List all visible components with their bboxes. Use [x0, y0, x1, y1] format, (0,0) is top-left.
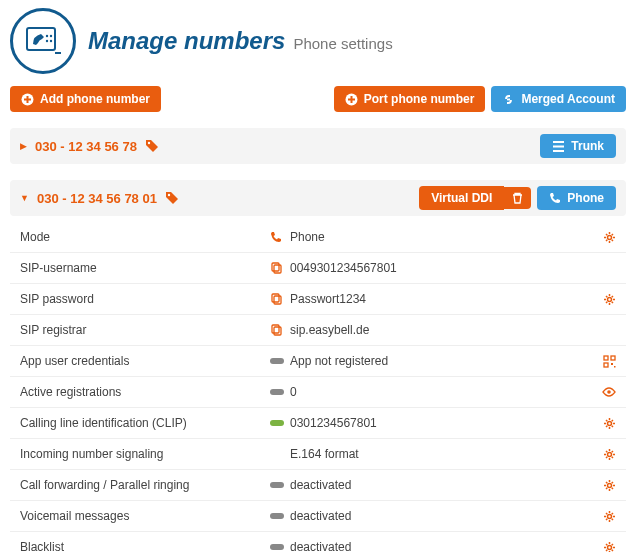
phone-number: 030 - 12 34 56 78 01	[37, 191, 157, 206]
detail-row: Incoming number signalingE.164 format	[10, 439, 626, 470]
chevron-down-icon: ▼	[20, 193, 29, 203]
detail-row: SIP registrarsip.easybell.de	[10, 315, 626, 346]
phone-device-icon	[25, 26, 61, 56]
eye-action-icon[interactable]	[596, 387, 616, 397]
gear-action-icon[interactable]	[596, 479, 616, 492]
phone-badge-button[interactable]: Phone	[537, 186, 616, 210]
detail-value: E.164 format	[290, 447, 596, 461]
svg-point-25	[607, 390, 611, 394]
svg-rect-23	[614, 366, 616, 368]
qr-action-icon[interactable]	[596, 355, 616, 368]
port-phone-number-button[interactable]: Port phone number	[334, 86, 486, 112]
svg-rect-33	[270, 544, 284, 550]
phone-number: 030 - 12 34 56 78	[35, 139, 137, 154]
svg-rect-24	[270, 389, 284, 395]
button-label: Merged Account	[521, 92, 615, 106]
svg-rect-18	[270, 358, 284, 364]
svg-point-32	[608, 514, 612, 518]
gear-action-icon[interactable]	[596, 231, 616, 244]
detail-value: Passwort1234	[290, 292, 596, 306]
detail-row: SIP-username0049301234567801	[10, 253, 626, 284]
svg-point-34	[608, 545, 612, 549]
detail-label: Voicemail messages	[20, 509, 270, 523]
detail-row: App user credentialsApp not registered	[10, 346, 626, 377]
list-icon	[552, 141, 565, 152]
svg-rect-13	[272, 294, 279, 302]
detail-row: Call forwarding / Parallel ringingdeacti…	[10, 470, 626, 501]
copy-icon	[270, 262, 290, 274]
gear-action-icon[interactable]	[596, 510, 616, 523]
detail-row: SIP passwordPasswort1234	[10, 284, 626, 315]
gear-action-icon[interactable]	[596, 417, 616, 430]
phone-icon	[270, 231, 290, 243]
badge-label: Trunk	[571, 139, 604, 153]
button-label: Port phone number	[364, 92, 475, 106]
detail-label: SIP-username	[20, 261, 270, 275]
svg-rect-29	[270, 482, 284, 488]
detail-label: Active registrations	[20, 385, 270, 399]
detail-value: sip.easybell.de	[290, 323, 596, 337]
svg-point-15	[608, 297, 612, 301]
pill-icon	[270, 357, 290, 365]
virtual-ddi-button[interactable]: Virtual DDI	[419, 186, 504, 210]
trunk-badge-button[interactable]: Trunk	[540, 134, 616, 158]
copy-icon	[270, 324, 290, 336]
svg-rect-19	[604, 356, 608, 360]
detail-label: Mode	[20, 230, 270, 244]
action-bar: Add phone number Port phone number Merge…	[10, 86, 626, 112]
pill-icon	[270, 388, 290, 396]
svg-rect-12	[274, 265, 281, 273]
detail-label: Blacklist	[20, 540, 270, 552]
delete-number-button[interactable]	[504, 187, 531, 209]
link-icon	[502, 93, 515, 106]
merged-account-button[interactable]: Merged Account	[491, 86, 626, 112]
svg-point-8	[148, 142, 150, 144]
detail-value: 0301234567801	[290, 416, 596, 430]
number-row-expanded[interactable]: ▼ 030 - 12 34 56 78 01 Virtual DDI Phone	[10, 180, 626, 216]
svg-rect-22	[611, 363, 613, 365]
detail-label: SIP password	[20, 292, 270, 306]
chevron-right-icon: ▶	[20, 141, 27, 151]
detail-value: 0049301234567801	[290, 261, 596, 275]
plus-circle-icon	[21, 93, 34, 106]
gear-action-icon[interactable]	[596, 293, 616, 306]
page-header: Manage numbers Phone settings	[10, 8, 626, 74]
svg-rect-31	[270, 513, 284, 519]
svg-point-4	[50, 40, 52, 42]
copy-icon	[270, 293, 290, 305]
badge-label: Phone	[567, 191, 604, 205]
page-title: Manage numbers	[88, 27, 285, 55]
detail-label: App user credentials	[20, 354, 270, 368]
svg-rect-14	[274, 296, 281, 304]
detail-value: deactivated	[290, 478, 596, 492]
gear-action-icon[interactable]	[596, 541, 616, 553]
page-subtitle: Phone settings	[293, 35, 392, 52]
pill-icon	[270, 481, 290, 489]
svg-rect-20	[611, 356, 615, 360]
svg-rect-17	[274, 327, 281, 335]
pill-icon	[270, 512, 290, 520]
number-details: ModePhoneSIP-username0049301234567801SIP…	[10, 222, 626, 552]
svg-point-9	[168, 194, 170, 196]
detail-label: Call forwarding / Parallel ringing	[20, 478, 270, 492]
detail-row: Blacklistdeactivated	[10, 532, 626, 552]
trash-icon	[512, 192, 523, 204]
svg-point-1	[46, 35, 48, 37]
add-phone-number-button[interactable]: Add phone number	[10, 86, 161, 112]
button-label: Virtual DDI	[431, 191, 492, 205]
svg-point-3	[50, 35, 52, 37]
detail-row: Calling line identification (CLIP)030123…	[10, 408, 626, 439]
phone-icon	[549, 192, 561, 204]
number-row-collapsed[interactable]: ▶ 030 - 12 34 56 78 Trunk	[10, 128, 626, 164]
svg-rect-16	[272, 325, 279, 333]
detail-label: Incoming number signaling	[20, 447, 270, 461]
svg-point-30	[608, 483, 612, 487]
detail-row: Voicemail messagesdeactivated	[10, 501, 626, 532]
pill-green-icon	[270, 419, 290, 427]
svg-rect-11	[272, 263, 279, 271]
plus-circle-icon	[345, 93, 358, 106]
logo	[10, 8, 76, 74]
gear-action-icon[interactable]	[596, 448, 616, 461]
detail-label: SIP registrar	[20, 323, 270, 337]
detail-value: Phone	[290, 230, 596, 244]
